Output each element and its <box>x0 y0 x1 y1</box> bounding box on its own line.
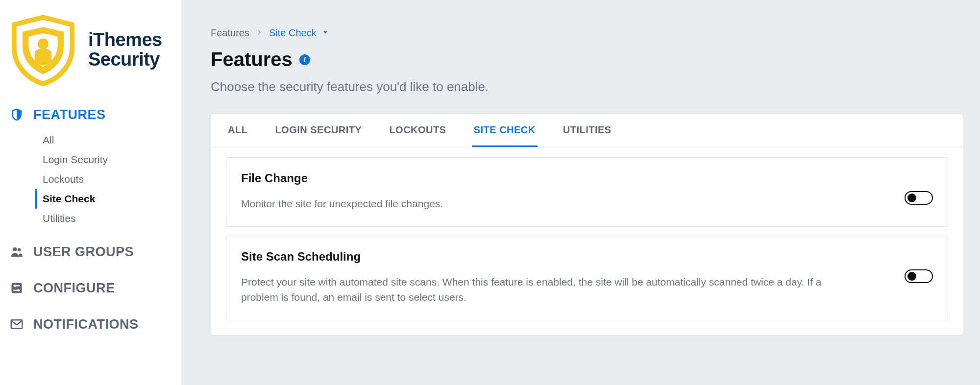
tab-lockouts[interactable]: LOCKOUTS <box>387 114 448 147</box>
sidebar-section-notifications[interactable]: NOTIFICATIONS <box>7 313 181 337</box>
toggle-site-scan-scheduling[interactable] <box>905 269 933 283</box>
breadcrumb-leaf[interactable]: Site Check <box>269 27 329 39</box>
sidebar: iThemes Security FEATURES All Login Secu… <box>0 0 181 385</box>
caret-down-icon <box>321 27 329 39</box>
feature-card-file-change: File Change Monitor the site for unexpec… <box>226 157 948 227</box>
svg-point-0 <box>38 39 49 49</box>
shield-icon <box>9 107 24 122</box>
sidebar-item-lockouts[interactable]: Lockouts <box>35 169 181 189</box>
card-description: Monitor the site for unexpected file cha… <box>241 196 844 212</box>
svg-point-7 <box>17 289 20 291</box>
shield-logo-icon <box>7 14 79 86</box>
feature-cards: File Change Monitor the site for unexpec… <box>211 147 963 335</box>
page-description: Choose the security features you'd like … <box>211 79 963 95</box>
sidebar-item-all[interactable]: All <box>35 130 181 150</box>
sidebar-section-label: FEATURES <box>33 107 106 122</box>
tab-login-security[interactable]: LOGIN SECURITY <box>273 114 364 147</box>
card-description: Protect your site with automated site sc… <box>241 274 844 305</box>
users-icon <box>9 244 24 260</box>
feature-card-site-scan-scheduling: Site Scan Scheduling Protect your site w… <box>226 236 948 320</box>
main-content: Features Site Check Features i Choose th… <box>181 0 980 385</box>
tabs: ALL LOGIN SECURITY LOCKOUTS SITE CHECK U… <box>211 114 963 147</box>
svg-point-2 <box>18 248 21 251</box>
tab-utilities[interactable]: UTILITIES <box>561 114 613 147</box>
card-title: File Change <box>241 171 893 185</box>
sidebar-item-site-check[interactable]: Site Check <box>35 189 181 209</box>
mail-icon <box>9 316 24 332</box>
sidebar-section-label: USER GROUPS <box>33 244 134 260</box>
features-panel: ALL LOGIN SECURITY LOCKOUTS SITE CHECK U… <box>211 113 963 336</box>
svg-point-1 <box>13 247 17 251</box>
sidebar-section-label: CONFIGURE <box>33 281 115 296</box>
svg-rect-3 <box>12 283 22 293</box>
breadcrumb: Features Site Check <box>211 27 963 39</box>
tab-site-check[interactable]: SITE CHECK <box>472 114 538 147</box>
sidebar-nav: FEATURES All Login Security Lockouts Sit… <box>7 100 181 337</box>
card-title: Site Scan Scheduling <box>241 250 893 264</box>
chevron-right-icon <box>255 27 263 39</box>
brand-logo: iThemes Security <box>7 14 181 100</box>
tab-all[interactable]: ALL <box>226 114 249 147</box>
svg-point-5 <box>14 285 16 287</box>
sliders-icon <box>9 280 24 296</box>
toggle-file-change[interactable] <box>905 191 933 205</box>
sidebar-section-user-groups[interactable]: USER GROUPS <box>7 241 181 265</box>
sidebar-item-utilities[interactable]: Utilities <box>35 209 181 228</box>
breadcrumb-root[interactable]: Features <box>211 27 249 39</box>
sidebar-item-login-security[interactable]: Login Security <box>35 150 181 169</box>
sidebar-sub-features: All Login Security Lockouts Site Check U… <box>7 127 181 228</box>
sidebar-section-features[interactable]: FEATURES <box>7 104 181 127</box>
brand-name: iThemes Security <box>88 30 162 70</box>
sidebar-section-configure[interactable]: CONFIGURE <box>7 277 181 301</box>
page-title: Features <box>211 48 293 71</box>
info-icon[interactable]: i <box>299 54 310 65</box>
sidebar-section-label: NOTIFICATIONS <box>33 317 138 332</box>
